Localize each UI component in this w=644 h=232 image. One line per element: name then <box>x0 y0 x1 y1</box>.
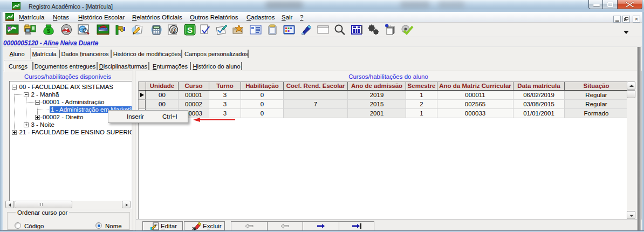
svg-text:S: S <box>187 25 193 35</box>
svg-text:$: $ <box>47 28 50 34</box>
svg-text:@: @ <box>171 26 177 33</box>
